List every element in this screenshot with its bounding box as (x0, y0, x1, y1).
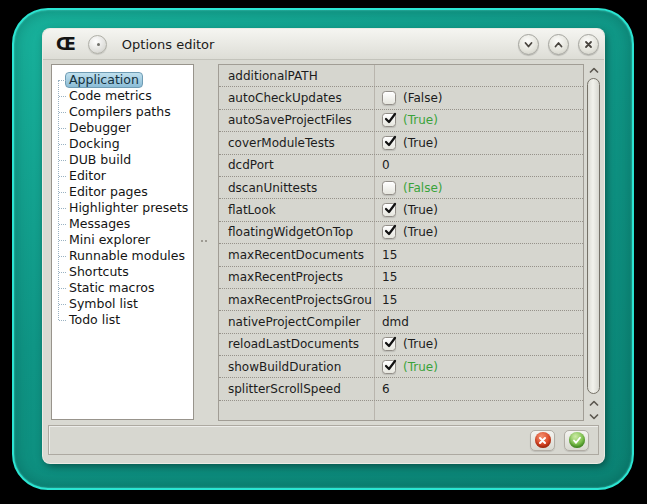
property-value-text: (True) (403, 225, 438, 239)
property-value[interactable]: (True) (374, 337, 583, 351)
sidebar-item-static-macros[interactable]: Static macros (52, 280, 193, 296)
property-name: coverModuleTests (219, 136, 374, 150)
checkbox[interactable] (382, 181, 396, 195)
property-row-dscanUnittests[interactable]: dscanUnittests (False) (219, 177, 583, 199)
property-value[interactable]: (False) (374, 181, 583, 195)
property-name: flatLook (219, 203, 374, 217)
property-value[interactable]: 0 (374, 158, 583, 172)
sidebar-item-label: Debugger (69, 121, 131, 135)
property-row-splitterScrollSpeed[interactable]: splitterScrollSpeed 6 (219, 378, 583, 400)
checkbox[interactable] (382, 337, 396, 351)
property-value[interactable]: (True) (374, 225, 583, 239)
shade-button[interactable] (518, 34, 539, 55)
property-value-text: (True) (403, 203, 438, 217)
chevron-down-icon (588, 412, 600, 421)
property-row-maxRecentDocuments[interactable]: maxRecentDocuments 15 (219, 244, 583, 266)
property-row-coverModuleTests[interactable]: coverModuleTests (True) (219, 132, 583, 154)
property-row-reloadLastDocuments[interactable]: reloadLastDocuments (True) (219, 334, 583, 356)
window-title: Options editor (122, 37, 215, 52)
property-value-text: (False) (403, 181, 443, 195)
property-rows: additionalPATH autoCheckUpdates (False) … (219, 65, 583, 401)
property-value-text: 15 (382, 248, 397, 262)
sidebar-item-shortcuts[interactable]: Shortcuts (52, 264, 193, 280)
chevron-up-icon (588, 66, 600, 75)
checkbox[interactable] (382, 91, 396, 105)
property-name: reloadLastDocuments (219, 337, 374, 351)
window-menu-button[interactable] (88, 35, 107, 54)
property-value[interactable]: 15 (374, 270, 583, 284)
property-name: autoSaveProjectFiles (219, 113, 374, 127)
grid-scrollbar[interactable] (585, 64, 602, 421)
property-name: maxRecentProjectsGrou (219, 293, 374, 307)
sidebar-item-todo-list[interactable]: Todo list (52, 312, 193, 328)
property-row-autoSaveProjectFiles[interactable]: autoSaveProjectFiles (True) (219, 110, 583, 132)
property-value-text: 6 (382, 382, 390, 396)
property-name: maxRecentProjects (219, 270, 374, 284)
property-value-text: 15 (382, 293, 397, 307)
property-row-additionalPATH[interactable]: additionalPATH (219, 65, 583, 87)
property-value[interactable]: (False) (374, 91, 583, 105)
app-icon: Œ (56, 36, 76, 53)
property-value-text: (True) (403, 360, 438, 374)
property-row-showBuildDuration[interactable]: showBuildDuration (True) (219, 356, 583, 378)
sidebar-item-editor[interactable]: Editor (52, 168, 193, 184)
sidebar-item-label: Shortcuts (69, 265, 129, 279)
cancel-button[interactable] (530, 430, 555, 451)
property-value[interactable]: 15 (374, 293, 583, 307)
check-icon (383, 335, 398, 350)
sidebar-item-compilers-paths[interactable]: Compilers paths (52, 104, 193, 120)
titlebar[interactable]: Œ Options editor (43, 29, 604, 60)
accept-button[interactable] (564, 430, 589, 451)
property-row-floatingWidgetOnTop[interactable]: floatingWidgetOnTop (True) (219, 222, 583, 244)
sidebar-item-label: DUB build (69, 153, 131, 167)
property-value-text: (True) (403, 136, 438, 150)
property-row-nativeProjectCompiler[interactable]: nativeProjectCompiler dmd (219, 311, 583, 333)
property-value[interactable]: (True) (374, 113, 583, 127)
property-value[interactable]: 15 (374, 248, 583, 262)
property-name: additionalPATH (219, 69, 374, 83)
sidebar-item-dub-build[interactable]: DUB build (52, 152, 193, 168)
sidebar-item-highlighter-presets[interactable]: Highlighter presets (52, 200, 193, 216)
close-button[interactable] (578, 34, 599, 55)
sidebar-item-application[interactable]: Application (52, 72, 193, 88)
property-name: nativeProjectCompiler (219, 315, 374, 329)
sidebar-item-debugger[interactable]: Debugger (52, 120, 193, 136)
sidebar-item-label: Docking (69, 137, 120, 151)
scrollbar-thumb[interactable] (587, 78, 600, 394)
sidebar-item-code-metrics[interactable]: Code metrics (52, 88, 193, 104)
checkbox[interactable] (382, 360, 396, 374)
sidebar-item-messages[interactable]: Messages (52, 216, 193, 232)
sidebar-item-runnable-modules[interactable]: Runnable modules (52, 248, 193, 264)
property-value[interactable]: (True) (374, 136, 583, 150)
checkbox[interactable] (382, 113, 396, 127)
checkbox[interactable] (382, 203, 396, 217)
property-row-maxRecentProjectsGrou[interactable]: maxRecentProjectsGrou 15 (219, 289, 583, 311)
property-name: dscanUnittests (219, 181, 374, 195)
property-value[interactable]: (True) (374, 360, 583, 374)
sidebar-item-docking[interactable]: Docking (52, 136, 193, 152)
scroll-up-button-bottom[interactable] (585, 397, 602, 409)
scroll-down-button[interactable] (585, 410, 602, 422)
property-value[interactable]: (True) (374, 203, 583, 217)
property-row-autoCheckUpdates[interactable]: autoCheckUpdates (False) (219, 87, 583, 109)
options-editor-window: Œ Options editor Application (43, 29, 604, 463)
property-row-maxRecentProjects[interactable]: maxRecentProjects 15 (219, 267, 583, 289)
sidebar-item-label: Runnable modules (69, 249, 185, 263)
sidebar-item-mini-explorer[interactable]: Mini explorer (52, 232, 193, 248)
unshade-button[interactable] (548, 34, 569, 55)
property-value[interactable]: 6 (374, 382, 583, 396)
sidebar-item-symbol-list[interactable]: Symbol list (52, 296, 193, 312)
check-icon (383, 201, 398, 216)
window-controls (518, 34, 599, 55)
property-name: splitterScrollSpeed (219, 382, 374, 396)
sidebar-item-label: Symbol list (69, 297, 138, 311)
property-row-dcdPort[interactable]: dcdPort 0 (219, 155, 583, 177)
checkbox[interactable] (382, 136, 396, 150)
scroll-up-button[interactable] (585, 64, 602, 76)
splitter[interactable] (201, 240, 209, 244)
sidebar-item-editor-pages[interactable]: Editor pages (52, 184, 193, 200)
category-panel: Application Code metrics Compilers paths… (51, 64, 194, 420)
property-value[interactable]: dmd (374, 315, 583, 329)
property-row-flatLook[interactable]: flatLook (True) (219, 199, 583, 221)
checkbox[interactable] (382, 225, 396, 239)
